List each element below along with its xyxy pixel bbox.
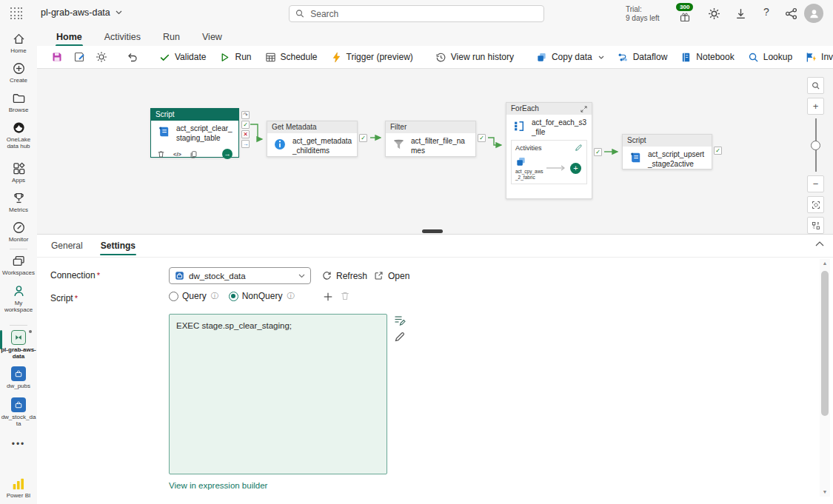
- left-nav-rail: Home Create Browse OneLake data hub Apps…: [0, 27, 37, 504]
- nav-warehouse-dw-pubs[interactable]: dw_pubs: [0, 366, 37, 389]
- script-text-input[interactable]: EXEC stage.sp_clear_staging;: [169, 314, 387, 474]
- add-activity-button[interactable]: +: [570, 163, 581, 174]
- nav-power-bi[interactable]: Power BI: [0, 477, 37, 499]
- delete-script-button-disabled[interactable]: [340, 291, 350, 301]
- user-avatar[interactable]: [804, 4, 823, 23]
- nav-onelake-data-hub[interactable]: OneLake data hub: [0, 121, 37, 149]
- nav-workspaces[interactable]: Workspaces: [0, 254, 37, 276]
- command-toolbar: Validate Run Schedule Trigger (preview) …: [37, 46, 833, 69]
- help-icon[interactable]: ?: [763, 6, 769, 18]
- port-completion[interactable]: →: [241, 140, 250, 148]
- auto-layout-button[interactable]: [807, 217, 824, 234]
- search-input[interactable]: [309, 8, 538, 20]
- my-workspace-icon: [12, 284, 26, 298]
- open-button[interactable]: Open: [374, 267, 409, 284]
- panel-scrollbar[interactable]: ▲ ▼: [820, 259, 830, 497]
- tab-view[interactable]: View: [201, 30, 223, 44]
- nav-pipeline-pl-grab-aws-data[interactable]: pl-grab-aws-data: [0, 330, 37, 360]
- add-script-button[interactable]: [321, 289, 335, 304]
- activity-foreach[interactable]: ForEach act_for_each_s3_file Activities …: [506, 102, 592, 199]
- expression-builder-icon[interactable]: [394, 315, 406, 326]
- zoom-out-button[interactable]: −: [807, 175, 824, 192]
- tab-general[interactable]: General: [50, 239, 84, 252]
- edit-pencil-icon[interactable]: [394, 331, 406, 343]
- schedule-button[interactable]: Schedule: [259, 48, 324, 66]
- canvas-search-button[interactable]: [807, 77, 824, 94]
- delete-icon[interactable]: [157, 150, 165, 158]
- port-fail[interactable]: ✕: [241, 130, 250, 138]
- gear-icon: [96, 51, 107, 63]
- save-as-button[interactable]: [69, 48, 90, 66]
- save-button[interactable]: [47, 48, 67, 66]
- pipeline-settings-button[interactable]: [91, 48, 112, 66]
- port-success[interactable]: ✓: [241, 121, 250, 129]
- clone-icon[interactable]: [190, 150, 198, 158]
- nav-warehouse-dw-stock-data[interactable]: dw_stock_data: [0, 397, 37, 427]
- nav-metrics[interactable]: Metrics: [0, 191, 37, 213]
- foreach-activities-container[interactable]: Activities act_cpy_aws_2_fabric +: [511, 140, 587, 184]
- nav-monitor[interactable]: Monitor: [0, 221, 37, 243]
- activity-filter[interactable]: Filter act_filter_file_names ✓: [385, 121, 476, 157]
- zoom-in-button[interactable]: +: [807, 98, 824, 115]
- trial-status: Trial: 9 days left: [626, 5, 660, 23]
- activity-get-metadata[interactable]: Get Metadata act_get_metadata_childitems…: [267, 121, 358, 157]
- share-icon[interactable]: [785, 7, 797, 20]
- trial-points[interactable]: 300: [675, 3, 697, 24]
- trigger-preview-button[interactable]: Trigger (preview): [325, 48, 419, 66]
- port-success[interactable]: ✓: [714, 147, 722, 155]
- nav-more[interactable]: •••: [0, 439, 37, 449]
- tab-home[interactable]: Home: [56, 30, 83, 44]
- download-icon[interactable]: [735, 7, 747, 20]
- port-success[interactable]: ✓: [359, 134, 367, 142]
- resize-icon[interactable]: [581, 106, 587, 112]
- run-button[interactable]: Run: [213, 48, 257, 66]
- zoom-slider[interactable]: [807, 118, 824, 172]
- port-success[interactable]: ✓: [478, 134, 486, 142]
- edit-pencil-icon[interactable]: [575, 144, 583, 152]
- radio-query[interactable]: Query ⓘ: [169, 291, 218, 301]
- dataflow-button[interactable]: Dataflow: [612, 48, 674, 66]
- activity-script-clear-staging[interactable]: Script act_script_clear_staging_table </…: [150, 108, 239, 158]
- panel-resize-handle[interactable]: [422, 229, 443, 233]
- nav-create[interactable]: Create: [0, 61, 37, 84]
- nav-browse[interactable]: Browse: [0, 91, 37, 113]
- radio-nonquery[interactable]: NonQuery ⓘ: [229, 291, 295, 301]
- scroll-down-arrow[interactable]: ▼: [820, 488, 830, 497]
- info-icon: ⓘ: [211, 291, 218, 301]
- scrollbar-thumb[interactable]: [821, 271, 829, 416]
- trophy-icon: [12, 191, 26, 205]
- view-run-history-button[interactable]: View run history: [429, 48, 520, 66]
- expression-builder-link[interactable]: View in expression builder: [169, 481, 267, 490]
- pipeline-title-text: pl-grab-aws-data: [41, 7, 110, 18]
- nav-apps[interactable]: Apps: [0, 161, 37, 184]
- nav-my-workspace[interactable]: My workspace: [0, 284, 37, 313]
- undo-button[interactable]: [122, 48, 143, 66]
- validate-button[interactable]: Validate: [153, 48, 212, 66]
- pipeline-title[interactable]: pl-grab-aws-data: [41, 7, 122, 18]
- tab-run[interactable]: Run: [162, 30, 181, 44]
- settings-gear-icon[interactable]: [708, 7, 720, 20]
- port-skip[interactable]: ↷: [241, 111, 250, 119]
- fit-to-screen-button[interactable]: [807, 196, 824, 213]
- refresh-button[interactable]: Refresh: [322, 267, 367, 284]
- pipeline-canvas[interactable]: Script act_script_clear_staging_table </…: [37, 69, 833, 234]
- app-launcher-icon[interactable]: [10, 7, 23, 20]
- invoke-pipeline-button[interactable]: Invoke Pipeline: [800, 48, 833, 66]
- navigate-icon[interactable]: →: [222, 149, 232, 159]
- scroll-up-arrow[interactable]: ▲: [820, 259, 830, 268]
- collapse-panel-icon[interactable]: [815, 241, 824, 246]
- workspaces-icon: [12, 254, 26, 268]
- connection-dropdown[interactable]: dw_stock_data: [169, 267, 311, 284]
- tab-settings[interactable]: Settings: [100, 239, 136, 252]
- port-success[interactable]: ✓: [594, 148, 602, 156]
- activity-copy-aws-to-fabric[interactable]: act_cpy_aws_2_fabric: [515, 156, 543, 181]
- code-view-icon[interactable]: </>: [173, 151, 181, 158]
- slider-knob[interactable]: [811, 141, 820, 150]
- tab-activities[interactable]: Activities: [104, 30, 141, 44]
- search-box[interactable]: [289, 5, 544, 22]
- lookup-button[interactable]: Lookup: [742, 48, 798, 66]
- notebook-button[interactable]: Notebook: [675, 48, 740, 66]
- copy-data-button[interactable]: Copy data: [530, 48, 610, 66]
- nav-home[interactable]: Home: [0, 32, 37, 54]
- activity-script-upsert[interactable]: Script act_script_upsert_stage2active ✓: [622, 134, 712, 169]
